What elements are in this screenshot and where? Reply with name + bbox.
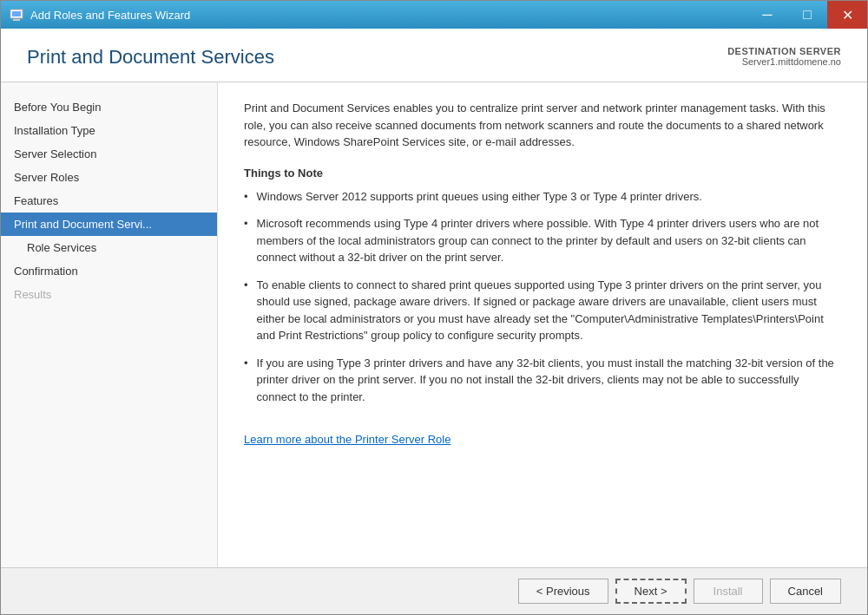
svg-rect-1 (12, 11, 21, 16)
sidebar-item-results: Results (1, 283, 217, 306)
sidebar-item-print-services[interactable]: Print and Document Servi... (1, 213, 217, 236)
sidebar: Before You Begin Installation Type Serve… (1, 82, 218, 567)
app-icon (10, 7, 25, 23)
sidebar-item-before-you-begin[interactable]: Before You Begin (1, 95, 217, 119)
previous-button[interactable]: < Previous (518, 579, 608, 604)
learn-more-link[interactable]: Learn more about the Printer Server Role (244, 433, 450, 446)
bullet-item-1: Windows Server 2012 supports print queue… (244, 188, 841, 206)
main-body: Before You Begin Installation Type Serve… (1, 82, 867, 567)
content-panel: Print and Document Services enables you … (218, 82, 867, 567)
cancel-button[interactable]: Cancel (770, 579, 841, 604)
minimize-button[interactable]: ─ (747, 1, 787, 29)
sidebar-item-features[interactable]: Features (1, 189, 217, 213)
restore-button[interactable]: □ (787, 1, 827, 29)
footer: < Previous Next > Install Cancel (1, 567, 867, 614)
bullet-item-3: To enable clients to connect to shared p… (244, 277, 841, 344)
things-to-note-heading: Things to Note (244, 167, 841, 180)
title-bar: Add Roles and Features Wizard ─ □ ✕ (1, 1, 867, 29)
destination-server-info: DESTINATION SERVER Server1.mittdomene.no (727, 46, 841, 67)
header-section: Print and Document Services DESTINATION … (1, 29, 867, 82)
intro-text: Print and Document Services enables you … (244, 100, 841, 151)
sidebar-item-confirmation[interactable]: Confirmation (1, 259, 217, 283)
bullet-list: Windows Server 2012 supports print queue… (244, 188, 841, 406)
close-button[interactable]: ✕ (827, 1, 867, 29)
window-controls: ─ □ ✕ (747, 1, 867, 29)
content-area: Print and Document Services DESTINATION … (1, 29, 867, 567)
window-title: Add Roles and Features Wizard (30, 9, 190, 22)
main-window: Add Roles and Features Wizard ─ □ ✕ Prin… (0, 0, 868, 615)
install-button: Install (694, 579, 763, 604)
server-name: Server1.mittdomene.no (727, 56, 841, 67)
sidebar-item-server-roles[interactable]: Server Roles (1, 166, 217, 189)
svg-rect-2 (13, 19, 20, 21)
destination-label: DESTINATION SERVER (727, 46, 841, 56)
sidebar-item-role-services[interactable]: Role Services (1, 236, 217, 259)
title-bar-left: Add Roles and Features Wizard (10, 7, 190, 23)
sidebar-item-server-selection[interactable]: Server Selection (1, 142, 217, 166)
page-title: Print and Document Services (27, 46, 274, 69)
next-button[interactable]: Next > (615, 579, 687, 604)
bullet-item-4: If you are using Type 3 printer drivers … (244, 355, 841, 406)
sidebar-item-installation-type[interactable]: Installation Type (1, 119, 217, 142)
bullet-item-2: Microsoft recommends using Type 4 printe… (244, 215, 841, 266)
